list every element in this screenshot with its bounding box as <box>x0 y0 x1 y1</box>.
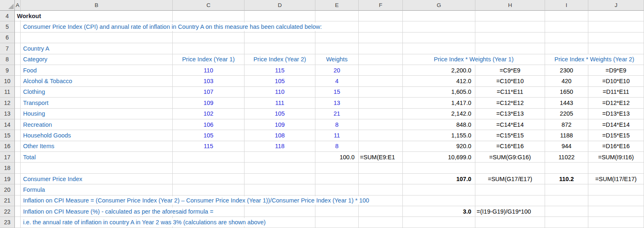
cell-B9[interactable]: Food <box>21 65 173 76</box>
cell-J6[interactable] <box>588 33 644 43</box>
cell-H23[interactable] <box>475 217 545 228</box>
cell-D22[interactable] <box>244 206 315 217</box>
column-header-I[interactable]: I <box>545 0 588 11</box>
cell-B14[interactable]: Recreation <box>21 119 173 130</box>
cell-I18[interactable] <box>545 163 588 173</box>
row-header-18[interactable]: 18 <box>0 163 15 173</box>
cell-F15[interactable] <box>359 130 403 141</box>
cell-F23[interactable] <box>359 217 403 228</box>
cell-I15[interactable]: 1188 <box>545 130 588 141</box>
cell-H6[interactable] <box>475 33 545 43</box>
cell-G18[interactable] <box>403 163 475 173</box>
cell-E23[interactable] <box>315 217 359 228</box>
cell-A9[interactable] <box>15 65 21 76</box>
cell-G11[interactable]: 1,605.0 <box>403 87 475 98</box>
row-header-8[interactable]: 8 <box>0 54 15 65</box>
cell-D15[interactable]: 108 <box>244 130 315 141</box>
cell-I21[interactable] <box>545 195 588 206</box>
cell-I10[interactable]: 420 <box>545 76 588 86</box>
cell-C8[interactable]: Price Index (Year 1) <box>173 54 244 65</box>
cell-B21[interactable]: Inflation on CPI Measure = (Consumer Pri… <box>21 195 173 206</box>
cell-J5[interactable] <box>588 21 644 32</box>
cell-D9[interactable]: 115 <box>244 65 315 76</box>
cell-A6[interactable] <box>15 33 21 43</box>
row-header-17[interactable]: 17 <box>0 152 15 163</box>
cell-B18[interactable] <box>21 163 173 173</box>
cell-I7[interactable] <box>545 43 588 54</box>
cell-A14[interactable] <box>15 119 21 130</box>
row-header-21[interactable]: 21 <box>0 195 15 206</box>
cell-D7[interactable] <box>244 43 315 54</box>
cell-B13[interactable]: Housing <box>21 109 173 119</box>
cell-H18[interactable] <box>475 163 545 173</box>
cell-H4[interactable] <box>475 11 545 21</box>
cell-G4[interactable] <box>403 11 475 21</box>
cell-J12[interactable]: =D12*E12 <box>588 98 644 108</box>
cell-I6[interactable] <box>545 33 588 43</box>
cell-G7[interactable] <box>403 43 475 54</box>
row-header-14[interactable]: 14 <box>0 119 15 130</box>
cell-C11[interactable]: 107 <box>173 87 244 98</box>
cell-J11[interactable]: =D11*E11 <box>588 87 644 98</box>
cell-J20[interactable] <box>588 184 644 195</box>
cell-G6[interactable] <box>403 33 475 43</box>
cell-C15[interactable]: 105 <box>173 130 244 141</box>
column-header-H[interactable]: H <box>475 0 545 11</box>
cell-J14[interactable]: =D14*E14 <box>588 119 644 130</box>
cell-J17[interactable]: =SUM(I9:I16) <box>588 152 644 163</box>
cell-G10[interactable]: 412.0 <box>403 76 475 86</box>
cell-C14[interactable]: 106 <box>173 119 244 130</box>
row-header-9[interactable]: 9 <box>0 65 15 76</box>
cell-C7[interactable] <box>173 43 244 54</box>
cell-G19[interactable]: 107.0 <box>403 174 475 184</box>
cell-D11[interactable]: 110 <box>244 87 315 98</box>
cell-G20[interactable] <box>403 184 475 195</box>
cell-G5[interactable] <box>403 21 475 32</box>
row-header-13[interactable]: 13 <box>0 109 15 119</box>
row-header-12[interactable]: 12 <box>0 98 15 108</box>
cell-E13[interactable]: 21 <box>315 109 359 119</box>
cell-F4[interactable] <box>359 11 403 21</box>
cell-H11[interactable]: =C11*E11 <box>475 87 545 98</box>
cell-I20[interactable] <box>545 184 588 195</box>
column-header-D[interactable]: D <box>244 0 315 11</box>
cell-I12[interactable]: 1443 <box>545 98 588 108</box>
cell-I17[interactable]: 11022 <box>545 152 588 163</box>
cell-B5[interactable]: Consumer Price Index (CPI) and annual ra… <box>21 21 173 32</box>
cell-E16[interactable]: 8 <box>315 141 359 152</box>
cell-E6[interactable] <box>315 33 359 43</box>
cell-A5[interactable] <box>15 21 21 32</box>
cell-G12[interactable]: 1,417.0 <box>403 98 475 108</box>
cell-D12[interactable]: 111 <box>244 98 315 108</box>
cell-A10[interactable] <box>15 76 21 86</box>
cell-I5[interactable] <box>545 21 588 32</box>
cell-H20[interactable] <box>475 184 545 195</box>
cell-I8[interactable]: Price Index * Weights (Year 2) <box>545 54 644 65</box>
cell-B8[interactable]: Category <box>21 54 173 65</box>
cell-A19[interactable] <box>15 174 21 184</box>
cell-E20[interactable] <box>315 184 359 195</box>
cell-C10[interactable]: 103 <box>173 76 244 86</box>
cell-H16[interactable]: =C16*E16 <box>475 141 545 152</box>
cell-F8[interactable] <box>359 54 403 65</box>
cell-F5[interactable] <box>359 21 403 32</box>
cell-E18[interactable] <box>315 163 359 173</box>
cell-C16[interactable]: 115 <box>173 141 244 152</box>
cell-J7[interactable] <box>588 43 644 54</box>
cell-B19[interactable]: Consumer Price Index <box>21 174 173 184</box>
cell-E10[interactable]: 4 <box>315 76 359 86</box>
cell-I19[interactable]: 110.2 <box>545 174 588 184</box>
cell-C6[interactable] <box>173 33 244 43</box>
column-header-J[interactable]: J <box>588 0 644 11</box>
cell-H22[interactable]: =(I19-G19)/G19*100 <box>475 206 545 217</box>
cell-E11[interactable]: 15 <box>315 87 359 98</box>
cell-A7[interactable] <box>15 43 21 54</box>
cell-F6[interactable] <box>359 33 403 43</box>
cell-A16[interactable] <box>15 141 21 152</box>
cell-H17[interactable]: =SUM(G9:G16) <box>475 152 545 163</box>
cell-J21[interactable] <box>588 195 644 206</box>
cell-A20[interactable] <box>15 184 21 195</box>
cell-E22[interactable] <box>315 206 359 217</box>
cell-F14[interactable] <box>359 119 403 130</box>
cell-C9[interactable]: 110 <box>173 65 244 76</box>
